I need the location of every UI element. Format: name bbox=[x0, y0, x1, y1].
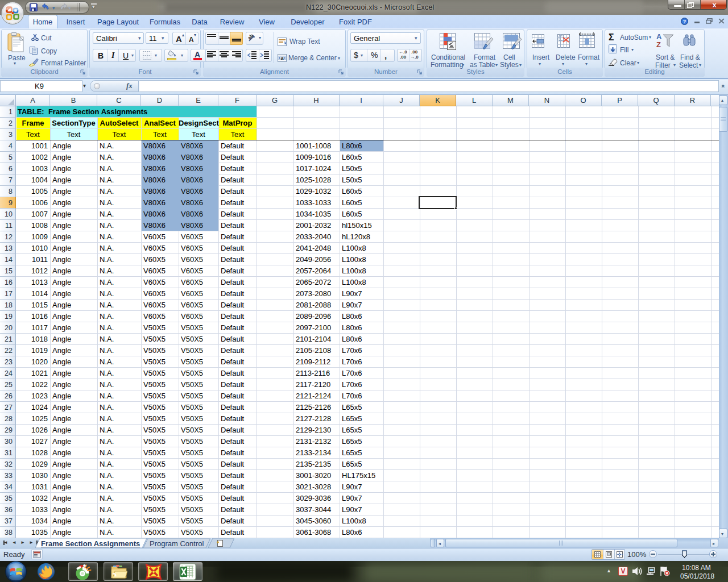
svg-text:A: A bbox=[656, 33, 662, 41]
svg-text:Z: Z bbox=[656, 40, 661, 48]
svg-text:?: ? bbox=[683, 19, 686, 24]
svg-text:ab: ab bbox=[248, 34, 255, 41]
